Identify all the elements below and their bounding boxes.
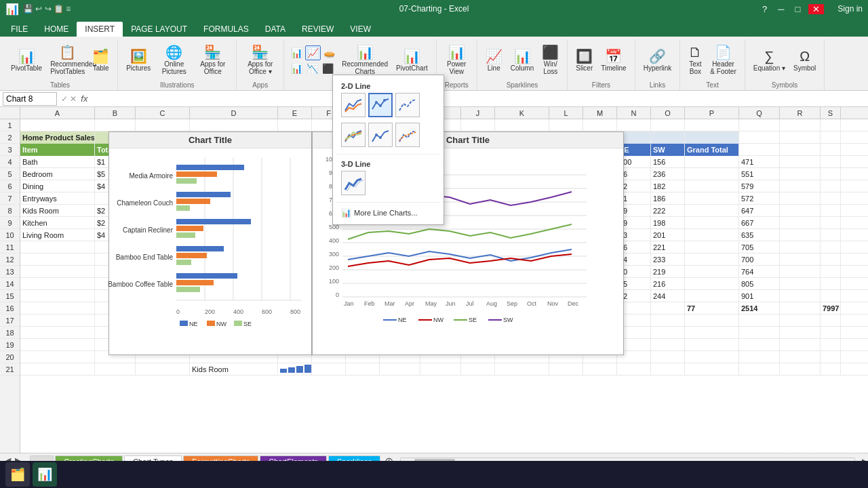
cell-P18[interactable] [685, 327, 739, 339]
cell-P9[interactable] [685, 217, 739, 229]
col-header-R[interactable]: R [780, 107, 821, 119]
cell-O18[interactable] [651, 327, 685, 339]
row-num-21[interactable]: 21 [0, 363, 20, 375]
row-num-7[interactable]: 7 [0, 192, 20, 205]
cell-P10[interactable] [685, 229, 739, 241]
taskbar-explorer[interactable]: 🗂️ [5, 462, 30, 487]
cell-M1[interactable] [583, 119, 617, 131]
cell-S5[interactable] [821, 168, 841, 180]
cell-S12[interactable] [821, 253, 841, 266]
cell-Q12[interactable]: 700 [739, 253, 780, 266]
cell-Q9[interactable]: 667 [739, 217, 780, 229]
row-num-2[interactable]: 2 [0, 131, 20, 144]
row-num-10[interactable]: 10 [0, 229, 20, 241]
cell-Q21[interactable] [739, 363, 780, 375]
cell-J1[interactable] [461, 119, 495, 131]
cell-P20[interactable] [685, 351, 739, 363]
cell-A14[interactable] [20, 278, 95, 290]
taskbar-excel[interactable]: 📊 [33, 462, 57, 487]
pie-chart-btn[interactable]: 🥧 [322, 45, 336, 60]
cell-C1[interactable] [136, 119, 190, 131]
scatter-chart-btn[interactable]: ⬛ [321, 62, 335, 75]
cell-P7[interactable] [685, 192, 739, 205]
line-sparkline-btn[interactable]: 📈Line [483, 48, 505, 73]
row-num-11[interactable]: 11 [0, 241, 20, 253]
col-header-B[interactable]: B [95, 107, 136, 119]
cell-G21[interactable] [346, 363, 380, 375]
cell-R1[interactable] [780, 119, 821, 131]
cell-Q19[interactable] [739, 339, 780, 351]
line-type-3[interactable] [395, 93, 420, 117]
col-header-S[interactable]: S [821, 107, 841, 119]
cell-C21[interactable] [136, 363, 190, 375]
recommended-pivottables-btn[interactable]: 📋Recommended PivotTables [47, 44, 87, 77]
textbox-btn[interactable]: 🗋TextBox [686, 44, 705, 77]
cell-O17[interactable] [651, 314, 685, 327]
cell-Q18[interactable] [739, 327, 780, 339]
cell-Q20[interactable] [739, 351, 780, 363]
cell-A6[interactable]: Dining [20, 180, 95, 192]
cell-P19[interactable] [685, 339, 739, 351]
cell-Q16[interactable]: 2514 [739, 302, 780, 314]
cell-S13[interactable] [821, 266, 841, 278]
row-num-13[interactable]: 13 [0, 266, 20, 278]
cell-P17[interactable] [685, 314, 739, 327]
cell-P14[interactable] [685, 278, 739, 290]
cell-R4[interactable] [780, 156, 821, 168]
cell-O7[interactable]: 186 [651, 192, 685, 205]
row-num-3[interactable]: 3 [0, 144, 20, 156]
cell-S14[interactable] [821, 278, 841, 290]
cell-A1[interactable] [20, 119, 95, 131]
bar-chart-btn[interactable]: 📊 [290, 62, 304, 75]
cell-P16[interactable]: 77 [685, 302, 739, 314]
cell-R14[interactable] [780, 278, 821, 290]
row-num-19[interactable]: 19 [0, 339, 20, 351]
header-footer-btn[interactable]: 📄Header& Footer [707, 44, 738, 77]
cell-A9[interactable]: Kitchen [20, 217, 95, 229]
tab-review[interactable]: REVIEW [294, 22, 342, 37]
row-num-14[interactable]: 14 [0, 278, 20, 290]
cell-R12[interactable] [780, 253, 821, 266]
maximize-btn[interactable]: □ [792, 4, 803, 14]
cell-Q17[interactable] [739, 314, 780, 327]
cell-S16[interactable]: 7997 [821, 302, 841, 314]
cell-Q11[interactable]: 705 [739, 241, 780, 253]
line-type-5[interactable] [368, 123, 393, 147]
cell-O4[interactable]: 156 [651, 156, 685, 168]
cell-L1[interactable] [549, 119, 583, 131]
cell-P11[interactable] [685, 241, 739, 253]
apps-for-office-btn[interactable]: 🏪Apps for Office [195, 44, 231, 77]
line-type-2[interactable] [368, 93, 393, 117]
cell-F21[interactable] [312, 363, 346, 375]
cell-O19[interactable] [651, 339, 685, 351]
cell-P12[interactable] [685, 253, 739, 266]
cell-R13[interactable] [780, 266, 821, 278]
pictures-btn[interactable]: 🖼️Pictures [123, 48, 153, 73]
cell-S17[interactable] [821, 314, 841, 327]
cell-M21[interactable] [583, 363, 617, 375]
line-type-3d[interactable] [341, 171, 366, 195]
line-type-1[interactable] [341, 93, 366, 117]
online-pictures-btn[interactable]: 🌐Online Pictures [156, 44, 192, 77]
cell-K21[interactable] [495, 363, 549, 375]
equation-btn[interactable]: ∑Equation ▾ [751, 48, 788, 73]
cell-S6[interactable] [821, 180, 841, 192]
title-bar-controls[interactable]: ? ─ □ ✕ Sign in [760, 4, 863, 14]
cell-R21[interactable] [780, 363, 821, 375]
cell-R7[interactable] [780, 192, 821, 205]
cell-K1[interactable] [495, 119, 549, 131]
cell-N1[interactable] [617, 119, 651, 131]
cell-A3[interactable]: Item [20, 144, 95, 156]
cell-S2[interactable] [821, 131, 841, 144]
cell-R20[interactable] [780, 351, 821, 363]
cell-R16[interactable] [780, 302, 821, 314]
slicer-btn[interactable]: 🔲Slicer [573, 48, 595, 73]
help-btn[interactable]: ? [760, 4, 770, 14]
cell-O21[interactable] [651, 363, 685, 375]
pivot-table-btn[interactable]: 📊PivotTable [8, 48, 45, 73]
row-num-17[interactable]: 17 [0, 314, 20, 327]
row-num-1[interactable]: 1 [0, 119, 20, 131]
row-num-20[interactable]: 20 [0, 351, 20, 363]
cell-O3[interactable]: SW [651, 144, 685, 156]
cell-E1[interactable] [278, 119, 312, 131]
